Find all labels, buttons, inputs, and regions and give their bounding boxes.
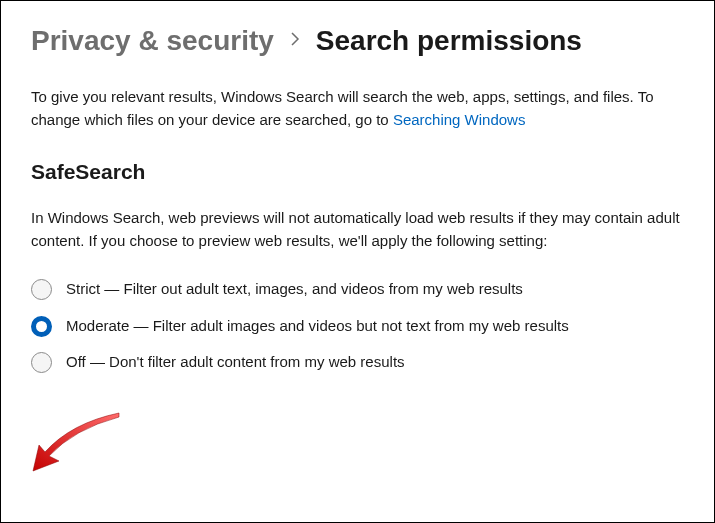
radio-label: Strict — Filter out adult text, images, … [66,278,523,301]
radio-label: Moderate — Filter adult images and video… [66,315,569,338]
safesearch-heading: SafeSearch [31,160,684,184]
page-title: Search permissions [316,25,582,57]
safesearch-intro: In Windows Search, web previews will not… [31,206,681,253]
radio-option-moderate[interactable]: Moderate — Filter adult images and video… [31,315,684,338]
chevron-right-icon [290,32,300,50]
radio-icon [31,352,52,373]
searching-windows-link[interactable]: Searching Windows [393,111,526,128]
breadcrumb: Privacy & security Search permissions [31,25,684,57]
annotation-arrow-icon [19,411,129,485]
radio-option-strict[interactable]: Strict — Filter out adult text, images, … [31,278,684,301]
safesearch-radio-group: Strict — Filter out adult text, images, … [31,278,684,374]
radio-icon [31,316,52,337]
radio-icon [31,279,52,300]
description-text: To give you relevant results, Windows Se… [31,88,654,128]
radio-label: Off — Don't filter adult content from my… [66,351,405,374]
radio-option-off[interactable]: Off — Don't filter adult content from my… [31,351,684,374]
page-description: To give you relevant results, Windows Se… [31,85,681,132]
breadcrumb-parent[interactable]: Privacy & security [31,25,274,57]
